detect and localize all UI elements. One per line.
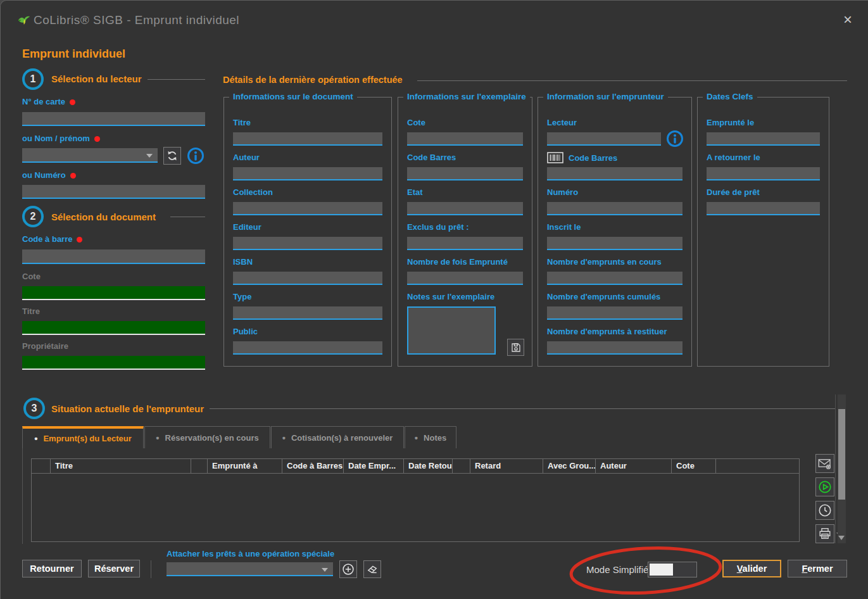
- doc-type-input[interactable]: [233, 306, 382, 320]
- groupbox-document: Informations sur le document Titre Auteu…: [223, 97, 392, 367]
- doc-isbn-input[interactable]: [233, 272, 382, 285]
- dates-emprunte-label: Emprunté le: [707, 118, 820, 127]
- loans-table: TitreEmprunté àCode à BarresDate Empr...…: [31, 458, 800, 542]
- colibris-hummingbird-logo-icon: [17, 13, 31, 27]
- emp-encours-input[interactable]: [547, 272, 682, 285]
- step3-number: 3: [23, 398, 45, 419]
- table-header-cell[interactable]: Emprunté à: [208, 459, 282, 474]
- ex-codebarres-input[interactable]: [407, 167, 523, 180]
- doc-collection-input[interactable]: [233, 202, 382, 215]
- add-operation-button[interactable]: [339, 560, 357, 578]
- nom-combobox[interactable]: [22, 148, 158, 163]
- table-header-cell[interactable]: Code à Barres: [282, 459, 344, 474]
- reader-info-icon[interactable]: [187, 147, 204, 165]
- table-header-cell[interactable]: Titre: [51, 459, 191, 474]
- clear-operation-button[interactable]: [363, 560, 381, 578]
- proprietaire-field: [22, 356, 205, 370]
- ex-notes-textarea[interactable]: [407, 306, 496, 355]
- retourner-button[interactable]: Retourner: [22, 560, 82, 577]
- groupbox-dates-title: Dates Clefs: [703, 92, 757, 101]
- reserver-button[interactable]: Réserver: [88, 560, 140, 577]
- ex-codebarres-label: Code Barres: [407, 153, 523, 162]
- emp-restituer-input[interactable]: [547, 341, 682, 355]
- run-action-button[interactable]: [815, 477, 834, 496]
- dates-emprunte-input[interactable]: [707, 132, 820, 146]
- footer-separator: [151, 560, 151, 578]
- numero-label: ou Numéro: [22, 170, 76, 180]
- scrollbar-thumb[interactable]: [838, 409, 845, 500]
- groupbox-dates: Dates Clefs Emprunté le A retourner le D…: [697, 97, 829, 367]
- tab-cotisations[interactable]: •Cotisation(s) à renouveler: [271, 426, 404, 448]
- tab-notes[interactable]: •Notes: [405, 426, 456, 448]
- titre-label: Titre: [22, 306, 40, 316]
- emp-inscrit-input[interactable]: [547, 237, 682, 250]
- window-title: CoLibris® SIGB - Emprunt individuel: [34, 13, 239, 27]
- ex-nbfois-input[interactable]: [407, 272, 523, 285]
- table-header-cell[interactable]: [191, 459, 208, 474]
- emp-restituer-label: Nombre d'emprunts à restituer: [547, 327, 682, 336]
- dates-retourner-label: A retourner le: [707, 153, 820, 162]
- table-header-cell[interactable]: [453, 459, 470, 474]
- emp-numero-input[interactable]: [547, 202, 682, 215]
- ex-cote-input[interactable]: [407, 132, 523, 146]
- valider-button[interactable]: Valider: [722, 560, 781, 577]
- dates-duree-input[interactable]: [707, 202, 820, 215]
- ex-exclus-label: Exclus du prêt :: [407, 222, 523, 232]
- close-icon[interactable]: ×: [843, 13, 852, 27]
- fermer-button[interactable]: Fermer: [788, 560, 847, 577]
- ex-nbfois-label: Nombre de fois Emprunté: [407, 257, 523, 267]
- print-button[interactable]: [815, 524, 834, 543]
- table-header-cell[interactable]: Cote: [672, 459, 716, 474]
- dates-retourner-input[interactable]: [707, 167, 820, 180]
- emp-codebarres-input[interactable]: [547, 167, 682, 180]
- borrower-info-icon[interactable]: [666, 130, 684, 148]
- operation-speciale-combobox[interactable]: [167, 562, 333, 576]
- doc-editeur-input[interactable]: [233, 237, 382, 250]
- numero-input[interactable]: [22, 185, 205, 199]
- step2-number: 2: [22, 206, 44, 227]
- save-notes-button[interactable]: [507, 339, 524, 356]
- doc-collection-label: Collection: [233, 187, 382, 197]
- table-header-cell[interactable]: Auteur: [596, 459, 672, 474]
- doc-titre-label: Titre: [233, 118, 382, 127]
- table-header-cell[interactable]: Retard: [470, 459, 543, 474]
- table-header-cell[interactable]: Avec Grou...: [543, 459, 596, 474]
- send-mail-button[interactable]: [815, 454, 834, 473]
- code-barre-label: Code à barre: [22, 234, 82, 244]
- table-header-cell[interactable]: Date Retour: [404, 459, 453, 474]
- table-header-cell[interactable]: [32, 459, 51, 474]
- emp-lecteur-label: Lecteur: [547, 118, 682, 127]
- step1-divider: [148, 79, 205, 80]
- barcode-icon: [547, 152, 563, 163]
- plus-circle-icon: [342, 563, 355, 576]
- step1-title: Sélection du lecteur: [51, 73, 142, 84]
- mode-simplifie-label: Mode Simplifié: [586, 564, 648, 575]
- code-barre-input[interactable]: [22, 249, 205, 264]
- envelope-gear-icon: [818, 458, 832, 470]
- doc-auteur-label: Auteur: [233, 153, 382, 162]
- doc-auteur-input[interactable]: [233, 167, 382, 180]
- ex-etat-input[interactable]: [407, 202, 523, 215]
- chevron-down-icon: [322, 568, 328, 572]
- refresh-button[interactable]: [163, 147, 181, 165]
- dates-duree-label: Durée de prêt: [707, 187, 820, 197]
- chevron-down-icon: [146, 154, 153, 158]
- history-button[interactable]: [815, 501, 834, 520]
- doc-titre-input[interactable]: [233, 132, 382, 146]
- emp-numero-label: Numéro: [547, 187, 682, 197]
- printer-icon: [818, 527, 832, 541]
- emp-cumules-input[interactable]: [547, 306, 682, 320]
- eraser-icon: [366, 563, 379, 576]
- tab-emprunts-lecteur[interactable]: •Emprunt(s) du Lecteur: [22, 426, 144, 448]
- carte-input[interactable]: [22, 112, 205, 126]
- table-header-cell[interactable]: Date Empr...: [344, 459, 404, 474]
- mode-simplifie-toggle[interactable]: [648, 562, 697, 577]
- toggle-knob[interactable]: [650, 564, 673, 576]
- tab-bullet-icon: •: [34, 433, 37, 444]
- doc-public-input[interactable]: [233, 341, 382, 355]
- emp-lecteur-input[interactable]: [547, 132, 661, 146]
- ex-exclus-input[interactable]: [407, 237, 523, 250]
- tab-reservations[interactable]: •Réservation(s) en cours: [144, 426, 270, 448]
- doc-isbn-label: ISBN: [233, 257, 382, 267]
- scroll-down-icon[interactable]: [838, 536, 845, 540]
